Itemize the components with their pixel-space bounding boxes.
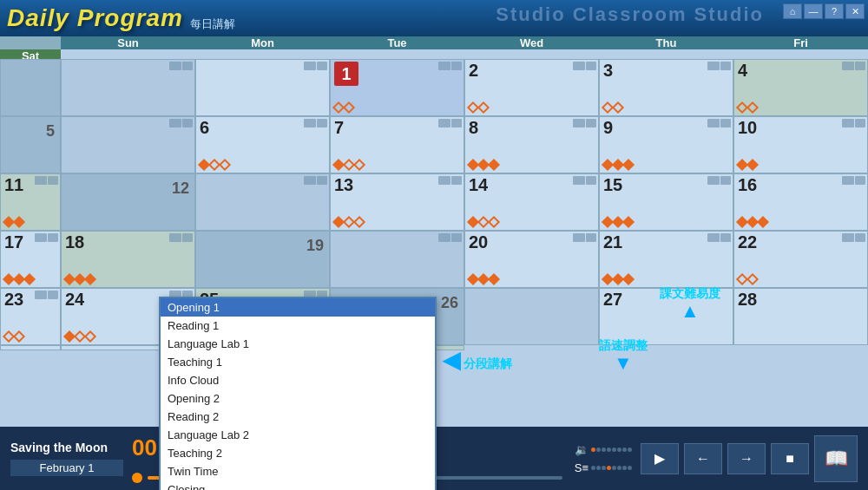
stop-button[interactable]: ■ xyxy=(771,443,809,474)
dropdown-item-1[interactable]: Reading 1 xyxy=(161,317,435,335)
minimize-button[interactable]: — xyxy=(804,3,823,19)
cal-cell-7[interactable]: 7 xyxy=(330,116,464,173)
week-num-2: 5 xyxy=(0,116,61,173)
window-controls: ⌂ — ? ✕ xyxy=(783,3,865,19)
dropdown-item-2[interactable]: Language Lab 1 xyxy=(161,335,435,353)
cal-cell-2[interactable]: 2 xyxy=(464,59,599,116)
cal-cell-20[interactable]: 20 xyxy=(464,231,599,288)
dropdown-item-6[interactable]: Reading 2 xyxy=(161,408,435,426)
cal-cell-empty-w5[interactable] xyxy=(464,288,599,345)
speed-row: S≡ xyxy=(575,461,632,474)
cal-cell-empty-w3[interactable] xyxy=(195,173,330,231)
speed-icon: S≡ xyxy=(575,461,589,474)
segment-dropdown[interactable]: Opening 1 Reading 1 Language Lab 1 Teach… xyxy=(159,297,437,490)
help-button[interactable]: ? xyxy=(825,3,844,19)
cal-cell-11[interactable]: 11 xyxy=(0,173,61,231)
track-title: Saving the Moon xyxy=(10,441,123,454)
spd-dot-5[interactable] xyxy=(612,466,616,470)
cal-cell-18[interactable]: 18 xyxy=(61,231,195,288)
track-info: Saving the Moon February 1 xyxy=(10,441,123,476)
day-header-thu: Thu xyxy=(599,36,733,49)
day-headers: Sun Mon Tue Wed Thu Fri Sat xyxy=(0,36,868,59)
cal-cell-14[interactable]: 14 xyxy=(464,173,599,231)
vol-dot-3[interactable] xyxy=(602,448,606,452)
day-header-sun: Sun xyxy=(61,36,195,49)
close-button[interactable]: ✕ xyxy=(845,3,865,19)
cal-cell-empty-2[interactable] xyxy=(195,59,330,116)
cal-cell-3[interactable]: 3 xyxy=(599,59,733,116)
dropdown-item-9[interactable]: Twin Time xyxy=(161,462,435,480)
cal-cell-16[interactable]: 16 xyxy=(733,173,868,231)
spd-dot-2[interactable] xyxy=(596,466,601,470)
day-header-mon: Mon xyxy=(195,36,330,49)
cal-cell-27[interactable]: 27 xyxy=(599,288,733,345)
cal-cell-8[interactable]: 8 xyxy=(464,116,599,173)
dropdown-item-7[interactable]: Language Lab 2 xyxy=(161,426,435,444)
volume-dots[interactable] xyxy=(591,448,632,452)
back-button[interactable]: ← xyxy=(684,443,722,474)
dropdown-item-8[interactable]: Teaching 2 xyxy=(161,444,435,462)
cal-cell-17[interactable]: 17 xyxy=(0,231,61,288)
cal-cell-empty-1[interactable] xyxy=(61,59,195,116)
speed-dots[interactable] xyxy=(591,466,632,470)
progress-dot[interactable] xyxy=(132,473,142,483)
day-header-fri: Fri xyxy=(733,36,868,49)
home-button[interactable]: ⌂ xyxy=(783,3,802,19)
volume-icon[interactable]: 🔉 xyxy=(575,443,589,456)
volume-row: 🔉 xyxy=(575,443,632,456)
playback-controls: ▶ ← → ■ 📖 xyxy=(641,435,858,482)
track-date: February 1 xyxy=(10,460,123,476)
cal-cell-21[interactable]: 21 xyxy=(599,231,733,288)
spd-dot-8[interactable] xyxy=(628,466,632,470)
cal-cell-empty-w2[interactable] xyxy=(61,116,195,173)
dropdown-item-10[interactable]: Closing xyxy=(161,480,435,490)
forward-button[interactable]: → xyxy=(727,443,766,474)
spd-dot-6[interactable] xyxy=(617,466,621,470)
spd-dot-1[interactable] xyxy=(591,466,595,470)
book-button[interactable]: 📖 xyxy=(814,435,858,482)
cal-cell-1[interactable]: 1 xyxy=(330,59,464,116)
vol-dot-6[interactable] xyxy=(617,448,621,452)
dropdown-item-3[interactable]: Teaching 1 xyxy=(161,353,435,371)
header-bg-text: Studio Classroom Studio xyxy=(496,3,764,26)
cal-cell-28[interactable]: 28 xyxy=(733,288,868,345)
week-num-4: 19 xyxy=(195,231,330,288)
vol-dot-4[interactable] xyxy=(607,448,611,452)
app-subtitle: 每日講解 xyxy=(190,16,235,32)
week-num-3: 12 xyxy=(61,173,195,231)
day-header-wed: Wed xyxy=(464,36,599,49)
vol-dot-2[interactable] xyxy=(596,448,601,452)
vol-dot-8[interactable] xyxy=(628,448,632,452)
cal-cell-23[interactable]: 23 xyxy=(0,288,61,345)
av-controls: 🔉 S≡ xyxy=(575,443,632,474)
cal-cell-10[interactable]: 10 xyxy=(733,116,868,173)
vol-dot-5[interactable] xyxy=(612,448,616,452)
cal-cell-6[interactable]: 6 xyxy=(195,116,330,173)
dropdown-item-0[interactable]: Opening 1 xyxy=(161,298,435,317)
cal-cell-4[interactable]: 4 xyxy=(733,59,868,116)
app-title: Daily Program xyxy=(7,4,183,32)
dropdown-item-5[interactable]: Opening 2 xyxy=(161,389,435,408)
vol-dot-7[interactable] xyxy=(622,448,627,452)
play-button[interactable]: ▶ xyxy=(641,443,679,474)
cal-cell-15[interactable]: 15 xyxy=(599,173,733,231)
dropdown-item-4[interactable]: Info Cloud xyxy=(161,371,435,389)
spd-dot-3[interactable] xyxy=(602,466,606,470)
spd-dot-4[interactable] xyxy=(607,466,611,470)
day-header-tue: Tue xyxy=(330,36,464,49)
cal-cell-22[interactable]: 22 xyxy=(733,231,868,288)
cal-cell-empty-w5-wed xyxy=(0,345,61,350)
week-num-1 xyxy=(0,59,61,116)
cal-cell-13[interactable]: 13 xyxy=(330,173,464,231)
spd-dot-7[interactable] xyxy=(622,466,627,470)
vol-dot-1[interactable] xyxy=(591,448,595,452)
cal-cell-empty-w4[interactable] xyxy=(330,231,464,288)
app-header: Daily Program 每日講解 Studio Classroom Stud… xyxy=(0,0,868,36)
cal-cell-9[interactable]: 9 xyxy=(599,116,733,173)
